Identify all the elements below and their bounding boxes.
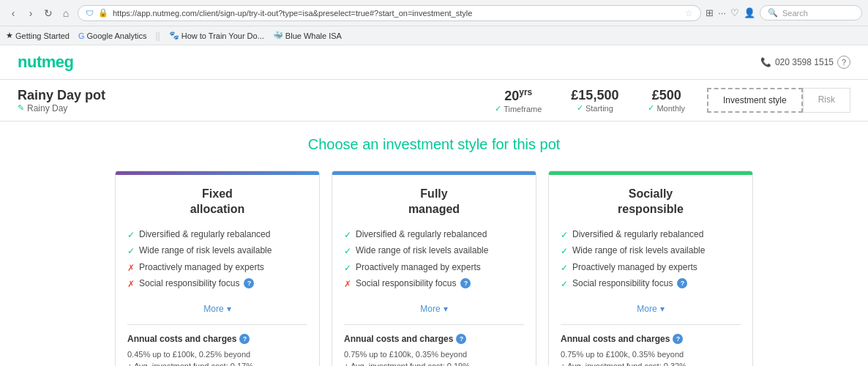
card-managed-features: ✓ Diversified & regularly rebalanced ✓ W…: [344, 229, 524, 295]
search-input[interactable]: 🔍 Search: [760, 5, 862, 20]
card-fixed: Fixed allocation ✓ Diversified & regular…: [115, 171, 320, 366]
bookmark-star-icon[interactable]: ☆: [685, 8, 693, 18]
card-sri: Socially responsible ✓ Diversified & reg…: [548, 171, 753, 366]
stat-starting: £15,500 ✓ Starting: [571, 88, 618, 113]
stat-monthly-label: ✓ Monthly: [648, 103, 685, 113]
bookmarks-bar: ★ Getting Started G Google Analytics || …: [0, 26, 868, 45]
card-managed-costs: Annual costs and charges ? 0.75% up to £…: [344, 324, 524, 366]
pot-header: Rainy Day pot ✎ Rainy Day 20yrs ✓ Timefr…: [0, 80, 868, 122]
card-managed-body: Fully managed ✓ Diversified & regularly …: [332, 175, 536, 366]
stat-starting-label: ✓ Starting: [571, 103, 618, 113]
costs-info-icon[interactable]: ?: [239, 334, 250, 344]
card-managed: Fully managed ✓ Diversified & regularly …: [332, 171, 536, 366]
card-managed-more[interactable]: More ▾: [344, 304, 524, 314]
costs-info-icon[interactable]: ?: [673, 334, 683, 344]
stat-timeframe: 20yrs ✓ Timeframe: [495, 87, 542, 113]
reload-button[interactable]: ↻: [41, 6, 56, 20]
feature-item: ✓ Wide range of risk levels available: [127, 245, 307, 258]
costs-info: 0.75% up to £100k, 0.35% beyond + Avg. i…: [344, 348, 524, 366]
card-sri-more[interactable]: More ▾: [561, 304, 741, 314]
card-fixed-title: Fixed allocation: [127, 187, 307, 217]
pot-info: Rainy Day pot ✎ Rainy Day: [18, 88, 105, 113]
bookmark-item-getting-started[interactable]: ★ Getting Started: [6, 31, 70, 40]
avg-label: Avg.: [351, 362, 367, 366]
check-icon: ✓: [561, 246, 568, 258]
card-sri-features: ✓ Diversified & regularly rebalanced ✓ W…: [561, 229, 741, 295]
cross-icon: ✗: [127, 279, 135, 291]
cross-icon: ✗: [344, 279, 351, 291]
feature-item: ✓ Diversified & regularly rebalanced: [344, 229, 524, 242]
phone-icon: 📞: [760, 57, 771, 67]
shield-icon: 🛡: [86, 9, 94, 18]
nav-buttons[interactable]: ‹ › ↻ ⌂: [6, 6, 73, 20]
card-sri-costs: Annual costs and charges ? 0.75% up to £…: [561, 324, 741, 366]
help-icon[interactable]: ?: [837, 56, 850, 69]
check-icon: ✓: [561, 279, 568, 291]
separator: ||: [156, 31, 160, 41]
home-button[interactable]: ⌂: [59, 6, 73, 20]
wizard-steps: Investment style Risk: [707, 88, 850, 113]
bookmark-item-train[interactable]: 🐾 How to Train Your Do...: [169, 31, 264, 40]
card-sri-body: Socially responsible ✓ Diversified & reg…: [549, 175, 752, 366]
search-placeholder: Search: [782, 9, 808, 18]
stat-timeframe-label: ✓ Timeframe: [495, 104, 542, 113]
costs-info: 0.75% up to £100k, 0.35% beyond + Avg. i…: [561, 348, 741, 366]
chevron-down-icon: ▾: [660, 304, 665, 314]
check-icon: ✓: [344, 246, 351, 258]
edit-icon[interactable]: ✎: [18, 103, 24, 113]
feature-item: ✗ Social responsibility focus ?: [127, 278, 307, 291]
feature-item: ✓ Diversified & regularly rebalanced: [561, 229, 741, 242]
stat-timeframe-value: 20yrs: [495, 87, 542, 104]
info-icon[interactable]: ?: [244, 278, 254, 288]
url-bar[interactable]: 🛡 🔒 https://app.nutmeg.com/client/sign-u…: [78, 5, 701, 21]
header-phone: 📞 020 3598 1515 ?: [760, 56, 850, 69]
cost-line-1: investment fund cost: 0.17%: [152, 362, 253, 366]
cross-icon: ✗: [127, 263, 135, 274]
bookmark-item-whale[interactable]: 🐳 Blue Whale ISA: [273, 31, 342, 40]
costs-info-icon[interactable]: ?: [456, 334, 466, 344]
heart-icon[interactable]: ♡: [730, 7, 739, 18]
card-fixed-more[interactable]: More ▾: [127, 304, 307, 314]
check-icon: ✓: [577, 103, 583, 113]
menu-icon[interactable]: ···: [718, 7, 726, 18]
pot-name: Rainy Day pot: [18, 88, 105, 103]
feature-item: ✓ Proactively managed by experts: [344, 262, 524, 274]
stat-starting-value: £15,500: [571, 88, 618, 103]
back-button[interactable]: ‹: [6, 6, 20, 20]
nutmeg-logo[interactable]: nutmeg: [18, 53, 73, 72]
info-icon[interactable]: ?: [677, 278, 687, 288]
browser-actions: ⊞ ··· ♡ 👤: [706, 7, 755, 18]
costs-info: 0.45% up to £100k, 0.25% beyond + Avg. i…: [127, 348, 307, 366]
card-managed-title: Fully managed: [344, 187, 524, 217]
paw-icon: 🐾: [169, 31, 179, 40]
card-fixed-costs: Annual costs and charges ? 0.45% up to £…: [127, 324, 307, 366]
forward-button[interactable]: ›: [23, 6, 38, 20]
feature-item: ✓ Wide range of risk levels available: [561, 245, 741, 258]
avg-label: Avg.: [567, 362, 583, 366]
chevron-down-icon: ▾: [227, 304, 231, 314]
card-sri-title: Socially responsible: [561, 187, 741, 217]
bookmark-icon: ★: [6, 31, 13, 40]
check-icon: ✓: [495, 104, 501, 113]
pot-subname: ✎ Rainy Day: [18, 103, 105, 113]
feature-item: ✗ Proactively managed by experts: [127, 262, 307, 274]
profile-icon[interactable]: 👤: [744, 7, 755, 18]
search-icon: 🔍: [768, 8, 778, 18]
bookmark-item-analytics[interactable]: G Google Analytics: [78, 31, 147, 40]
check-icon: ✓: [344, 230, 351, 242]
main-content: Choose an investment style for this pot …: [0, 122, 868, 366]
check-icon: ✓: [344, 263, 351, 274]
feature-item: ✓ Wide range of risk levels available: [344, 245, 524, 258]
app-header: nutmeg 📞 020 3598 1515 ?: [0, 45, 868, 80]
lock-icon: 🔒: [98, 8, 108, 18]
check-icon: ✓: [127, 230, 135, 242]
stat-monthly-value: £500: [648, 88, 685, 103]
cards-container: Fixed allocation ✓ Diversified & regular…: [105, 171, 763, 366]
wizard-step-risk[interactable]: Risk: [803, 88, 850, 113]
pot-stats: 20yrs ✓ Timeframe £15,500 ✓ Starting £50…: [495, 87, 685, 113]
info-icon[interactable]: ?: [460, 278, 471, 288]
check-icon: ✓: [648, 103, 654, 113]
costs-title: Annual costs and charges ?: [127, 334, 307, 344]
card-fixed-body: Fixed allocation ✓ Diversified & regular…: [116, 175, 319, 366]
wizard-step-investment-style[interactable]: Investment style: [707, 88, 803, 113]
